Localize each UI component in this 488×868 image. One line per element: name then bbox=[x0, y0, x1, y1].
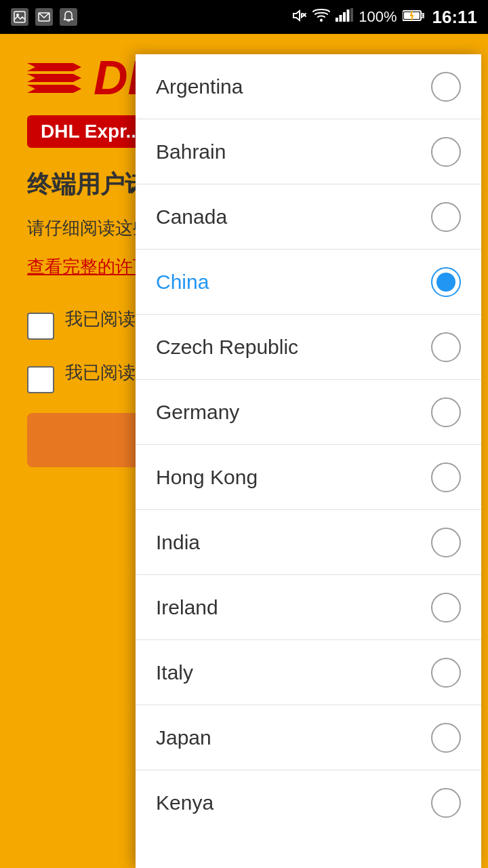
radio-kenya[interactable] bbox=[431, 788, 461, 818]
status-bar-left-icons bbox=[11, 8, 77, 26]
country-item-germany[interactable]: Germany bbox=[136, 380, 481, 445]
radio-bahrain[interactable] bbox=[431, 137, 461, 167]
country-name-hong-kong: Hong Kong bbox=[156, 466, 258, 489]
radio-italy[interactable] bbox=[431, 658, 461, 688]
country-name-bahrain: Bahrain bbox=[156, 140, 226, 163]
country-name-germany: Germany bbox=[156, 401, 239, 424]
country-name-china: China bbox=[156, 271, 209, 294]
radio-hong-kong[interactable] bbox=[431, 462, 461, 492]
battery-percentage: 100% bbox=[359, 8, 396, 26]
country-name-ireland: Ireland bbox=[156, 596, 218, 619]
radio-india[interactable] bbox=[431, 528, 461, 557]
checkbox-2[interactable] bbox=[27, 366, 54, 393]
radio-inner-china bbox=[436, 273, 455, 292]
country-item-italy[interactable]: Italy bbox=[136, 640, 481, 705]
status-bar-right-icons: 100% 16:11 bbox=[292, 7, 477, 28]
country-name-italy: Italy bbox=[156, 661, 193, 684]
mute-icon bbox=[292, 8, 307, 26]
country-item-kenya[interactable]: Kenya bbox=[136, 770, 481, 835]
radio-japan[interactable] bbox=[431, 723, 461, 753]
svg-rect-7 bbox=[340, 15, 342, 22]
svg-rect-6 bbox=[336, 18, 338, 22]
email-icon bbox=[35, 8, 53, 26]
country-item-bahrain[interactable]: Bahrain bbox=[136, 119, 481, 184]
country-item-china[interactable]: China bbox=[136, 250, 481, 315]
radio-argentina[interactable] bbox=[431, 72, 461, 102]
status-bar: 100% 16:11 bbox=[0, 0, 488, 34]
svg-rect-13 bbox=[422, 14, 424, 17]
radio-canada[interactable] bbox=[431, 202, 461, 232]
wifi-icon bbox=[312, 9, 330, 26]
country-dropdown: ArgentinaBahrainCanadaChinaCzech Republi… bbox=[136, 54, 481, 868]
notification-icon bbox=[60, 8, 77, 26]
country-name-japan: Japan bbox=[156, 726, 211, 749]
battery-icon bbox=[403, 8, 424, 26]
country-name-argentina: Argentina bbox=[156, 75, 243, 98]
svg-point-5 bbox=[320, 19, 323, 22]
time-display: 16:11 bbox=[432, 7, 478, 28]
radio-czech-republic[interactable] bbox=[431, 332, 461, 362]
country-name-india: India bbox=[156, 531, 200, 554]
image-icon bbox=[11, 8, 28, 26]
country-item-canada[interactable]: Canada bbox=[136, 184, 481, 250]
country-item-japan[interactable]: Japan bbox=[136, 705, 481, 770]
radio-china[interactable] bbox=[431, 267, 461, 297]
country-item-ireland[interactable]: Ireland bbox=[136, 575, 481, 640]
svg-rect-0 bbox=[14, 12, 25, 22]
svg-rect-8 bbox=[343, 12, 346, 22]
country-item-india[interactable]: India bbox=[136, 510, 481, 575]
country-name-kenya: Kenya bbox=[156, 791, 214, 814]
country-name-canada: Canada bbox=[156, 205, 227, 229]
country-name-czech-republic: Czech Republic bbox=[156, 336, 298, 359]
country-item-czech-republic[interactable]: Czech Republic bbox=[136, 315, 481, 380]
country-item-hong-kong[interactable]: Hong Kong bbox=[136, 445, 481, 510]
checkbox-1[interactable] bbox=[27, 313, 54, 340]
svg-rect-10 bbox=[350, 8, 353, 22]
radio-ireland[interactable] bbox=[431, 593, 461, 623]
country-list: ArgentinaBahrainCanadaChinaCzech Republi… bbox=[136, 54, 481, 868]
signal-icon bbox=[336, 8, 353, 26]
country-item-argentina[interactable]: Argentina bbox=[136, 54, 481, 119]
radio-germany[interactable] bbox=[431, 397, 461, 427]
svg-rect-9 bbox=[347, 9, 350, 22]
